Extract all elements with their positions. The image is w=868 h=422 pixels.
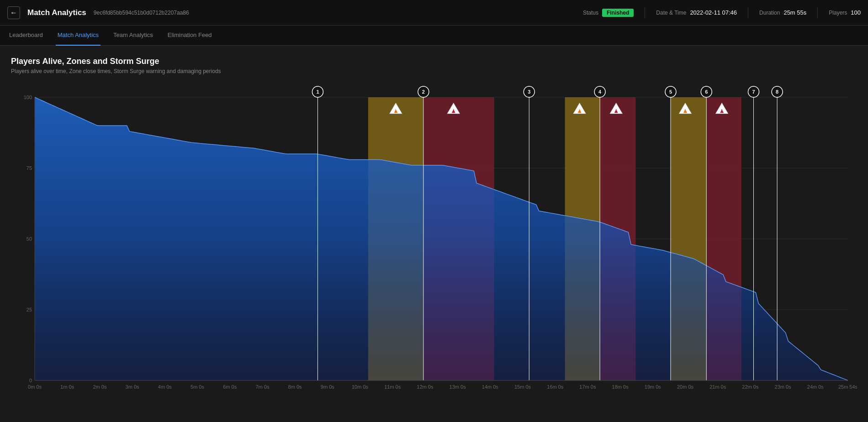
status-badge: Finished <box>602 9 634 17</box>
back-button[interactable]: ← <box>7 6 20 19</box>
main-chart <box>11 84 857 403</box>
status-meta: Status Finished <box>583 9 634 17</box>
back-icon: ← <box>10 9 17 17</box>
players-meta: Players 100 <box>829 9 861 16</box>
chart-subtitle: Players alive over time, Zone close time… <box>11 68 857 74</box>
tab-elimination-feed[interactable]: Elimination Feed <box>166 26 214 46</box>
chart-container: Players Alive, Zones and Storm Surge Pla… <box>0 46 868 403</box>
chart-title: Players Alive, Zones and Storm Surge <box>11 57 857 66</box>
divider-3 <box>817 7 818 18</box>
datetime-value: 2022-02-11 07:46 <box>690 9 737 16</box>
datetime-meta: Date & Time 2022-02-11 07:46 <box>656 9 737 16</box>
divider-2 <box>748 7 748 18</box>
players-value: 100 <box>851 9 861 16</box>
tab-team-analytics[interactable]: Team Analytics <box>111 26 155 46</box>
header: ← Match Analytics 9ec6fd85bb594c51b0d071… <box>0 0 868 26</box>
chart-wrap <box>11 84 857 403</box>
divider-1 <box>645 7 645 18</box>
page-title: Match Analytics <box>27 8 86 17</box>
duration-label: Duration <box>759 10 780 16</box>
duration-meta: Duration 25m 55s <box>759 9 806 16</box>
nav-tabs: Leaderboard Match Analytics Team Analyti… <box>0 26 868 46</box>
datetime-label: Date & Time <box>656 10 686 16</box>
duration-value: 25m 55s <box>783 9 806 16</box>
header-meta: Status Finished Date & Time 2022-02-11 0… <box>583 7 861 18</box>
match-hash: 9ec6fd85bb594c51b0d0712b2207aa86 <box>94 10 189 16</box>
players-label: Players <box>829 10 847 16</box>
status-label: Status <box>583 10 598 16</box>
tab-leaderboard[interactable]: Leaderboard <box>7 26 45 46</box>
tab-match-analytics[interactable]: Match Analytics <box>56 26 101 46</box>
